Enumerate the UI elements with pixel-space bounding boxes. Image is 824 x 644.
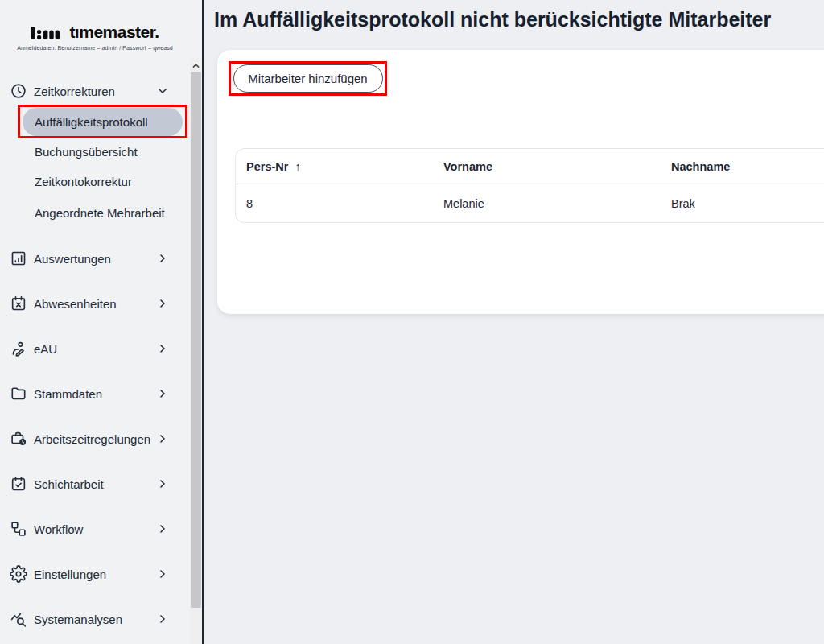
cell-pers-nr: 8 [236,197,433,210]
sidebar-item-eau[interactable]: eAU [10,337,169,360]
chevron-right-icon [156,387,169,400]
sidebar-subitem-label: Zeitkontokorrektur [35,175,132,188]
scroll-up-arrow-icon[interactable] [192,61,200,70]
main-content: Im Auffälligkeitsprotokoll nicht berücks… [204,0,824,644]
calendar-x-icon [10,295,27,312]
briefcase-clock-icon [10,430,27,448]
page-title: Im Auffälligkeitsprotokoll nicht berücks… [214,8,771,31]
sidebar-subitem-label: Auffälligkeitsprotokoll [35,115,148,129]
sidebar-item-label: Stammdaten [34,387,102,401]
sidebar-item-einstellungen[interactable]: Einstellungen [10,563,169,585]
sort-asc-icon[interactable]: ↑ [295,159,301,173]
sidebar-item-label: Einstellungen [34,568,106,581]
sidebar-item-label: Schichtarbeit [34,477,104,491]
column-header-vorname[interactable]: Vorname [433,160,661,173]
chevron-right-icon [156,252,169,265]
bar-chart-icon [10,250,27,267]
sidebar-item-zeitkontokorrektur[interactable]: Zeitkontokorrektur [35,172,132,190]
gear-icon [10,565,27,583]
chevron-right-icon [156,613,169,625]
content-card: Mitarbeiter hinzufügen Pers-Nr ↑ Vorname… [217,50,824,314]
employee-table: Pers-Nr ↑ Vorname Nachname 8 Melanie Bra… [235,148,824,223]
table-row[interactable]: 8 Melanie Brak [236,184,824,222]
workflow-icon [10,520,27,538]
sidebar-item-workflow[interactable]: Workflow [10,518,169,540]
calendar-check-icon [10,475,27,493]
chevron-right-icon [156,342,169,355]
chevron-right-icon [156,568,169,580]
logo: tımemaster. Anmeldedaten: Benutzername =… [16,23,174,51]
sidebar-item-auswertungen[interactable]: Auswertungen [10,247,169,270]
sidebar-subitem-label: Buchungsübersicht [35,145,138,159]
sidebar-item-arbeitszeitregelungen[interactable]: Arbeitszeitregelungen [10,427,169,450]
cell-nachname: Brak [661,197,824,210]
sidebar-item-label: Systemanalysen [34,613,122,626]
sidebar-item-label: eAU [34,342,57,356]
chevron-right-icon [156,477,169,490]
sidebar-item-zeitkorrekturen[interactable]: Zeitkorrekturen [10,80,169,102]
add-employee-button[interactable]: Mitarbeiter hinzufügen [233,64,383,93]
cell-vorname: Melanie [433,197,661,210]
sidebar-item-systemanalysen[interactable]: Systemanalysen [10,608,169,630]
login-hint: Anmeldedaten: Benutzername = admin / Pas… [16,45,174,51]
sidebar-item-label: Arbeitszeitregelungen [34,432,150,446]
timemaster-logo-icon [31,23,63,41]
sidebar-subitem-label: Angeordnete Mehrarbeit [35,206,165,220]
chevron-down-icon [156,85,169,97]
sidebar-item-angeordnete-mehrarbeit[interactable]: Angeordnete Mehrarbeit [35,204,165,221]
sidebar-item-label: Abwesenheiten [34,297,117,311]
column-header-nachname[interactable]: Nachname [661,160,824,173]
scrollbar-thumb[interactable] [191,72,201,608]
sidebar-item-label: Zeitkorrekturen [34,85,115,98]
sidebar-item-buchungsuebersicht[interactable]: Buchungsübersicht [35,142,138,160]
folder-icon [10,385,27,402]
chevron-right-icon [156,297,169,310]
sidebar-item-schichtarbeit[interactable]: Schichtarbeit [10,473,169,495]
person-signing-icon [10,340,27,357]
column-header-pers-nr[interactable]: Pers-Nr ↑ [236,159,433,173]
chart-magnifier-icon [10,610,27,628]
chevron-right-icon [156,432,169,445]
sidebar-item-stammdaten[interactable]: Stammdaten [10,382,169,405]
clock-icon [10,82,27,100]
chevron-right-icon [156,522,169,535]
sidebar-scrollbar[interactable] [190,58,202,644]
sidebar-item-auffaelligkeitsprotokoll[interactable]: Auffälligkeitsprotokoll [23,108,183,136]
logo-wordmark: tımemaster. [69,23,159,42]
table-header-row: Pers-Nr ↑ Vorname Nachname [236,149,824,184]
sidebar-item-label: Workflow [34,522,83,536]
sidebar: tımemaster. Anmeldedaten: Benutzername =… [0,0,202,644]
annotation-box-button: Mitarbeiter hinzufügen [229,61,387,96]
sidebar-item-label: Auswertungen [34,252,111,266]
sidebar-item-abwesenheiten[interactable]: Abwesenheiten [10,292,169,315]
